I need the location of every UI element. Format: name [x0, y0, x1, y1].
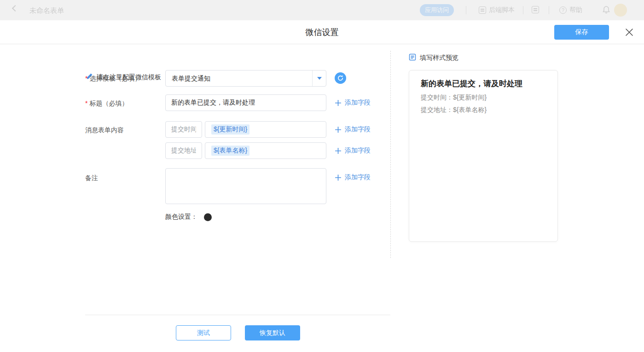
- add-field-label: 添加字段: [345, 125, 371, 134]
- footer-divider: [85, 315, 390, 315]
- preview-line: 提交地址：${表单名称}: [421, 106, 487, 114]
- modal-header: 微信设置 保存: [0, 20, 644, 44]
- field-tag-1[interactable]: ${更新时间}: [211, 124, 249, 135]
- field-name-input-1[interactable]: [165, 121, 202, 138]
- field-value-input-1[interactable]: ${更新时间}: [205, 121, 326, 138]
- add-field-label: 添加字段: [345, 173, 371, 182]
- field-name-input-2[interactable]: [165, 142, 202, 159]
- panel-button[interactable]: [532, 6, 539, 13]
- required-mark: *: [85, 75, 87, 82]
- remark-textarea[interactable]: [165, 168, 326, 204]
- help-label: 帮助: [569, 6, 582, 14]
- field-tag-2[interactable]: ${表单名称}: [211, 146, 249, 156]
- notification-bell-icon[interactable]: [602, 6, 610, 16]
- wechat-settings-modal: 微信设置 保存 请在这里配置微信模板 如何配置 *选择模板（必填） 表单提交通知: [0, 20, 644, 352]
- topbar-divider: [466, 6, 466, 14]
- backend-script-button[interactable]: 后端脚本: [479, 6, 515, 14]
- script-icon: [479, 6, 486, 14]
- select-caret-zone[interactable]: [312, 70, 326, 86]
- preview-line: 提交时间：${更新时间}: [421, 94, 487, 102]
- preview-header-label: 填写样式预览: [420, 54, 458, 62]
- backend-script-label: 后端脚本: [489, 6, 515, 14]
- topbar-divider: [549, 6, 549, 14]
- add-field-label: 添加字段: [345, 147, 371, 155]
- restore-default-button[interactable]: 恢复默认: [245, 325, 300, 340]
- help-icon: ?: [559, 6, 567, 14]
- title-input[interactable]: [165, 94, 326, 111]
- add-field-link-title[interactable]: 添加字段: [335, 98, 371, 108]
- refresh-icon: [337, 75, 344, 82]
- add-field-link-row2[interactable]: 添加字段: [335, 146, 371, 156]
- app-access-button[interactable]: 应用访问: [420, 4, 454, 16]
- plus-icon: [335, 100, 342, 106]
- color-setting-label: 颜色设置：: [165, 213, 197, 221]
- template-select[interactable]: 表单提交通知: [165, 70, 326, 87]
- wechat-settings-screen: 未命名表单 应用访问 后端脚本 ? 帮助 微信设置: [0, 0, 644, 352]
- add-field-label: 添加字段: [345, 99, 371, 107]
- user-avatar[interactable]: [614, 4, 627, 17]
- content-label: 消息表单内容: [85, 126, 124, 135]
- save-button[interactable]: 保存: [554, 25, 609, 40]
- panel-icon: [532, 6, 539, 13]
- topbar-dimmed-content: 未命名表单 应用访问 后端脚本 ? 帮助: [0, 0, 644, 20]
- add-field-link-row1[interactable]: 添加字段: [335, 124, 371, 135]
- preview-document-icon: [409, 53, 416, 63]
- help-button[interactable]: ? 帮助: [559, 6, 582, 14]
- preview-header: 填写样式预览: [409, 53, 458, 63]
- title-label-text: 标题（必填）: [89, 100, 128, 107]
- form-name-label: 未命名表单: [29, 6, 64, 15]
- color-setting-row: 颜色设置：: [165, 213, 212, 221]
- add-field-link-remark[interactable]: 添加字段: [335, 172, 371, 182]
- required-mark: *: [85, 100, 87, 107]
- modal-title: 微信设置: [306, 20, 339, 44]
- topbar: 未命名表单 应用访问 后端脚本 ? 帮助: [0, 0, 644, 20]
- template-label-text: 选择模板（必填）: [89, 75, 141, 82]
- back-icon[interactable]: [12, 5, 18, 12]
- color-swatch[interactable]: [204, 213, 212, 221]
- refresh-templates-button[interactable]: [335, 72, 346, 84]
- template-select-value: 表单提交通知: [172, 70, 210, 86]
- topbar-divider: [523, 6, 523, 14]
- plus-icon: [335, 147, 342, 154]
- plus-icon: [335, 174, 342, 181]
- title-label: *标题（必填）: [85, 100, 128, 108]
- test-button[interactable]: 测试: [176, 325, 231, 340]
- vertical-dashed-divider: [390, 51, 391, 258]
- close-icon[interactable]: [624, 27, 634, 37]
- template-label: *选择模板（必填）: [85, 75, 141, 83]
- preview-card: 新的表单已提交，请及时处理 提交时间：${更新时间} 提交地址：${表单名称}: [409, 70, 558, 242]
- plus-icon: [335, 126, 342, 133]
- field-value-input-2[interactable]: ${表单名称}: [205, 142, 326, 159]
- chevron-down-icon: [317, 77, 322, 80]
- remark-label: 备注: [85, 174, 98, 182]
- preview-card-title: 新的表单已提交，请及时处理: [421, 78, 522, 89]
